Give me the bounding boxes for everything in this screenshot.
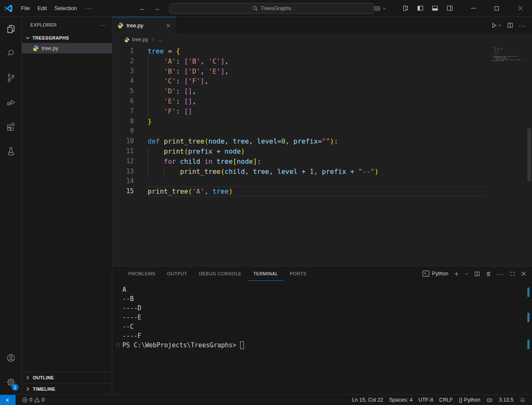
code-line-15[interactable]: 15print_tree('A', tree) [112, 187, 532, 197]
breadcrumb[interactable]: tree.py ... [112, 34, 532, 45]
remote-indicator-button[interactable] [0, 395, 16, 405]
code-lines: 1tree = {2 'A': ['B', 'C'],3 'B': ['D', … [112, 46, 532, 197]
timeline-section-header[interactable]: TIMELINE [22, 383, 112, 394]
menu-file[interactable]: File [17, 0, 34, 17]
encoding-status[interactable]: UTF-8 [416, 395, 436, 405]
code-line-6[interactable]: 6 'E': [], [112, 96, 532, 107]
search-box[interactable]: TreesGraphs [169, 3, 374, 14]
code-line-14[interactable]: 14 [112, 176, 532, 187]
code-line-4[interactable]: 4 'C': ['F'], [112, 76, 532, 86]
language-mode-status[interactable]: {} Python [456, 395, 483, 405]
split-terminal-button[interactable] [472, 271, 482, 277]
problems-status[interactable]: 0 0 [19, 395, 48, 405]
code-editor[interactable]: 1tree = {2 'A': ['B', 'C'],3 'B': ['D', … [112, 45, 532, 266]
code-line-7[interactable]: 7 'F': [] [112, 107, 532, 117]
outline-section-header[interactable]: OUTLINE [22, 372, 112, 383]
cursor-position-status[interactable]: Ln 15, Col 22 [349, 395, 386, 405]
copilot-status-button[interactable] [483, 395, 496, 405]
code-line-5[interactable]: 5 'D': [], [112, 86, 532, 96]
kill-terminal-button[interactable] [483, 271, 494, 277]
panel-tab-debug-console[interactable]: DEBUG CONSOLE [193, 266, 247, 281]
code-line-text: print(prefix + node) [148, 147, 488, 157]
code-line-8[interactable]: 8} [112, 117, 532, 127]
tab-close-button[interactable] [166, 23, 171, 28]
more-actions-button[interactable]: ··· [517, 22, 528, 29]
terminal-shell-selector[interactable]: >_ Python [421, 271, 450, 277]
line-number: 5 [112, 86, 134, 96]
error-count: 0 [29, 397, 32, 403]
chevron-down-icon [382, 6, 386, 11]
code-line-3[interactable]: 3 'B': ['D', 'E'], [112, 67, 532, 77]
code-line-13[interactable]: 13 print_tree(child, tree, level + 1, pr… [112, 167, 532, 177]
indent-guide [164, 167, 164, 176]
workspace-folder-row[interactable]: TREESGRAPHS [22, 33, 112, 43]
terminal-prompt[interactable]: PS C:\WebProjects\TreesGraphs> [122, 341, 532, 350]
panel-tab-ports[interactable]: PORTS [284, 266, 312, 281]
activity-explorer-button[interactable] [0, 17, 22, 41]
chevron-down-icon [465, 272, 469, 276]
panel-tab-terminal[interactable]: TERMINAL [247, 266, 284, 281]
toggle-panel-button[interactable] [428, 5, 442, 12]
file-item-tree-py[interactable]: tree.py [22, 43, 112, 53]
code-line-11[interactable]: 11 print(prefix + node) [112, 147, 532, 157]
activity-testing-button[interactable] [0, 139, 22, 163]
forward-button[interactable]: → [151, 5, 162, 12]
menu-overflow-button[interactable]: ··· [81, 0, 98, 17]
split-editor-button[interactable] [505, 22, 515, 29]
toggle-secondary-sidebar-button[interactable] [442, 5, 457, 12]
activity-source-control-button[interactable] [0, 66, 22, 90]
indentation-status[interactable]: Spaces: 4 [386, 395, 416, 405]
menu-edit[interactable]: Edit [34, 0, 50, 17]
panel-tab-output[interactable]: OUTPUT [161, 266, 193, 281]
notifications-button[interactable] [516, 395, 529, 405]
maximize-icon [495, 6, 499, 11]
minimap[interactable]: tree = { 'A': ['B', 'C'], 'B': ['D', 'E'… [492, 47, 526, 62]
explorer-more-actions-button[interactable]: ··· [100, 22, 107, 28]
activity-account-button[interactable] [0, 346, 22, 370]
code-line-12[interactable]: 12 for child in tree[node]: [112, 157, 532, 167]
code-line-1[interactable]: 1tree = { [112, 46, 532, 56]
line-number: 6 [112, 96, 134, 107]
close-window-button[interactable] [508, 0, 532, 17]
python-version-status[interactable]: 3.13.5 [496, 395, 516, 405]
terminal-line: A [122, 285, 532, 294]
minimize-icon [471, 8, 476, 8]
maximize-panel-button[interactable] [507, 271, 518, 277]
maximize-button[interactable] [485, 0, 508, 17]
customize-layout-button[interactable] [398, 5, 413, 12]
breadcrumb-file[interactable]: tree.py [132, 37, 148, 43]
terminal-launch-dropdown-button[interactable] [463, 272, 471, 276]
terminal-scroll-mark [527, 313, 529, 322]
timeline-section-label: TIMELINE [33, 386, 56, 392]
eol-status[interactable]: CRLF [436, 395, 456, 405]
tab-tree-py[interactable]: tree.py [112, 17, 175, 34]
activity-search-button[interactable] [0, 41, 22, 66]
activity-extensions-button[interactable] [0, 115, 22, 139]
code-line-text: 'F': [] [148, 107, 488, 117]
python-file-icon [32, 45, 39, 51]
search-icon [6, 48, 16, 59]
terminal-actions: >_ Python [421, 270, 529, 277]
panel-tab-problems[interactable]: PROBLEMS [122, 266, 161, 281]
minimize-button[interactable] [461, 0, 485, 17]
terminal-output[interactable]: A--B----D----E--C----FPS C:\WebProjects\… [112, 281, 532, 394]
code-line-10[interactable]: 10def print_tree(node, tree, level=0, pr… [112, 136, 532, 147]
menu-selection[interactable]: Selection [50, 0, 80, 17]
activity-run-debug-button[interactable] [0, 90, 22, 115]
terminal-shell-label: Python [432, 271, 448, 277]
back-button[interactable]: ← [137, 5, 148, 12]
panel-more-actions-button[interactable]: ··· [495, 270, 506, 277]
close-panel-button[interactable] [519, 271, 529, 277]
line-number: 7 [112, 107, 134, 117]
line-number: 2 [112, 56, 134, 67]
code-line-text: 'E': [], [148, 96, 488, 107]
copilot-icon [486, 397, 493, 403]
toggle-primary-sidebar-button[interactable] [413, 5, 428, 12]
code-line-2[interactable]: 2 'A': ['B', 'C'], [112, 56, 532, 67]
code-line-9[interactable]: 9 [112, 126, 532, 136]
editor-scrollbar[interactable] [527, 128, 531, 181]
activity-settings-button[interactable]: 1 [0, 370, 22, 394]
breadcrumb-symbol[interactable]: ... [158, 37, 162, 43]
new-terminal-button[interactable] [451, 271, 462, 277]
run-python-file-button[interactable] [489, 22, 503, 29]
